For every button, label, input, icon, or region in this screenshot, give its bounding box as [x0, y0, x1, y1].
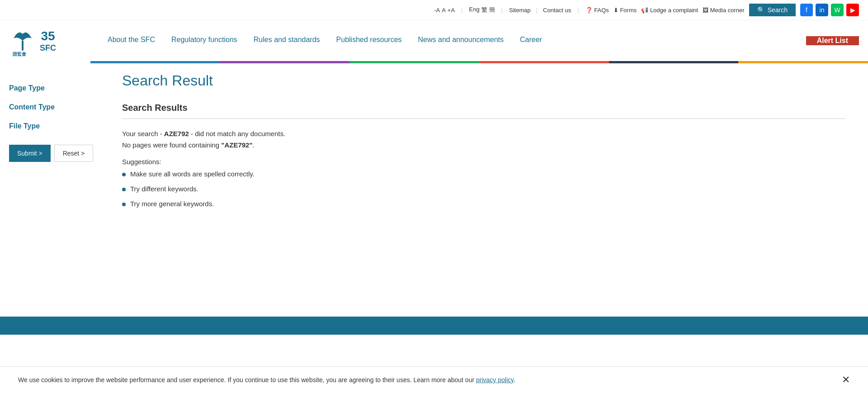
no-match-prefix: Your search - [122, 130, 164, 137]
separator-2: | [501, 7, 503, 14]
bar-rules [349, 61, 479, 63]
bullet-dot-3 [122, 203, 126, 206]
sidebar: Page Type Content Type File Type Submit … [9, 72, 108, 280]
nav-published[interactable]: Published resources [328, 22, 410, 59]
reset-button[interactable]: Reset > [54, 145, 94, 162]
search-icon: 🔍 [757, 6, 765, 14]
download-icon: ⬇ [613, 7, 618, 14]
bullet-dot-1 [122, 173, 126, 176]
no-pages-text: No pages were found containing "AZE792". [122, 141, 845, 149]
sfc-abbr: SFC [40, 43, 56, 53]
lang-eng[interactable]: Eng [469, 6, 479, 14]
no-pages-prefix: No pages were found containing [122, 141, 221, 149]
nav-career[interactable]: Career [512, 22, 550, 59]
nav-color-bars [90, 61, 868, 63]
font-increase[interactable]: +A [448, 7, 455, 14]
bar-about [90, 61, 220, 63]
bar-regulatory [220, 61, 350, 63]
faqs-link[interactable]: ❓ FAQs [585, 7, 609, 14]
forms-link[interactable]: ⬇ Forms [613, 7, 637, 14]
bar-news [609, 61, 739, 63]
media-corner-link[interactable]: 🖼 Media corner [703, 7, 745, 14]
page-title: Search Result [122, 72, 845, 89]
font-size-controls: -A A +A [434, 7, 455, 14]
font-normal[interactable]: A [442, 7, 446, 14]
separator-4: | [577, 7, 579, 14]
wechat-icon[interactable]: W [831, 4, 844, 16]
no-pages-suffix: . [253, 141, 255, 149]
image-icon: 🖼 [703, 7, 708, 14]
linkedin-icon[interactable]: in [816, 4, 828, 16]
svg-text:證監會: 證監會 [13, 52, 27, 57]
content-area: Search Result Search Results Your search… [108, 72, 859, 280]
top-bar: -A A +A | Eng 繁 簡 | Sitemap | Contact us… [0, 0, 868, 20]
sitemap-link[interactable]: Sitemap [509, 7, 531, 14]
no-results-text: Your search - AZE792 - did not match any… [122, 130, 845, 137]
bullet-dot-2 [122, 188, 126, 191]
bar-published [479, 61, 609, 63]
contact-us-link[interactable]: Contact us [543, 7, 571, 14]
youtube-icon[interactable]: ▶ [846, 4, 859, 16]
bar-career [738, 61, 868, 63]
lodge-complaint-link[interactable]: 📢 Lodge a complaint [641, 7, 698, 14]
sidebar-file-type[interactable]: File Type [9, 115, 108, 134]
main-container: Page Type Content Type File Type Submit … [0, 63, 868, 289]
language-controls: Eng 繁 簡 [469, 6, 495, 14]
suggestion-2: Try different keywords. [122, 185, 845, 193]
suggestions-title: Suggestions: [122, 158, 845, 166]
nav-about[interactable]: About the SFC [99, 22, 163, 59]
megaphone-icon: 📢 [641, 7, 648, 14]
sidebar-buttons: Submit > Reset > [9, 145, 108, 162]
nav-news[interactable]: News and announcements [410, 22, 512, 59]
no-match-suffix: - did not match any documents. [189, 130, 285, 137]
search-button[interactable]: 🔍 Search [749, 4, 796, 16]
suggestions-list: Make sure all words are spelled correctl… [122, 170, 845, 208]
footer-bar [0, 317, 868, 335]
main-nav: About the SFC Regulatory functions Rules… [99, 22, 806, 59]
suggestion-text-3: Try more general keywords. [130, 200, 214, 208]
sfc-logo-svg: 證監會 [9, 25, 36, 57]
no-pages-term: "AZE792" [221, 141, 252, 149]
sidebar-page-type[interactable]: Page Type [9, 77, 108, 96]
nav-rules[interactable]: Rules and standards [245, 22, 328, 59]
suggestion-text-2: Try different keywords. [130, 185, 198, 193]
search-term-bold: AZE792 [164, 130, 189, 137]
submit-button[interactable]: Submit > [9, 145, 51, 162]
search-results-heading: Search Results [122, 103, 845, 119]
separator-1: | [461, 7, 462, 14]
social-icons: f in W ▶ [800, 4, 859, 16]
sidebar-content-type[interactable]: Content Type [9, 96, 108, 115]
lang-simp[interactable]: 簡 [489, 6, 495, 14]
top-links: Sitemap | Contact us [509, 7, 571, 14]
suggestion-text-1: Make sure all words are spelled correctl… [130, 170, 255, 178]
question-icon: ❓ [585, 7, 593, 14]
suggestion-1: Make sure all words are spelled correctl… [122, 170, 845, 178]
alert-list-button[interactable]: Alert List [806, 36, 859, 46]
nav-regulatory[interactable]: Regulatory functions [163, 22, 245, 59]
header: 證監會 35 SFC About the SFC Regulatory func… [0, 20, 868, 61]
suggestion-3: Try more general keywords. [122, 200, 845, 208]
logo-area[interactable]: 證監會 35 SFC [9, 20, 99, 61]
separator-3: | [536, 7, 538, 14]
sfc-35-badge: 35 [41, 29, 55, 43]
font-decrease[interactable]: -A [434, 7, 440, 14]
lang-trad[interactable]: 繁 [481, 6, 487, 14]
facebook-icon[interactable]: f [800, 4, 813, 16]
